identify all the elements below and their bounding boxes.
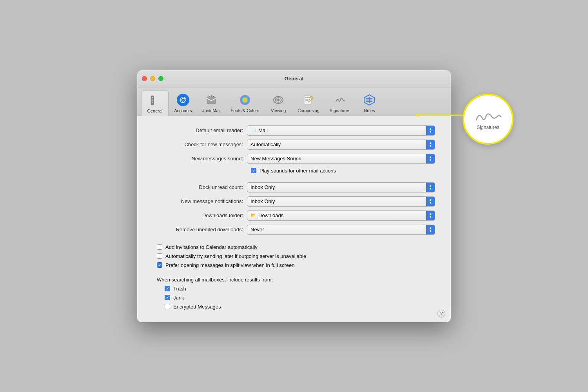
tab-general-label: General xyxy=(147,109,162,113)
add-invitations-checkbox[interactable] xyxy=(157,244,162,250)
junkmail-icon xyxy=(204,93,218,107)
signatures-callout: Signatures xyxy=(463,94,514,145)
default-email-reader-label: Default email reader: xyxy=(153,127,247,133)
tab-rules-label: Rules xyxy=(364,108,375,113)
new-messages-sound-value: New Messages Sound xyxy=(250,156,432,162)
tab-signatures-label: Signatures xyxy=(330,108,350,113)
trash-label: Trash xyxy=(173,286,186,292)
downloads-folder-icon: 📂 xyxy=(250,213,256,218)
tab-composing[interactable]: Composing xyxy=(293,91,324,116)
search-checkboxes: Trash Junk Encrypted Messages xyxy=(153,286,435,310)
sound-arrows[interactable]: ▲ ▼ xyxy=(426,154,435,163)
tab-composing-label: Composing xyxy=(298,108,319,113)
remove-unedited-row: Remove unedited downloads: Never ▲ ▼ xyxy=(153,225,435,235)
close-button[interactable] xyxy=(142,76,147,81)
trash-row: Trash xyxy=(165,286,435,292)
play-sounds-row: Play sounds for other mail actions xyxy=(153,168,435,174)
callout-signature-svg xyxy=(474,108,502,124)
select-arrows[interactable]: ▲ ▼ xyxy=(426,126,435,135)
default-email-reader-select[interactable]: ✉️ Mail ▲ ▼ xyxy=(247,125,435,136)
tab-fonts-colors[interactable]: Fonts & Colors xyxy=(226,91,264,116)
svg-rect-12 xyxy=(304,96,311,104)
svg-rect-4 xyxy=(207,97,216,104)
check-messages-arrows[interactable]: ▲ ▼ xyxy=(426,140,435,149)
downloads-arrows[interactable]: ▲ ▼ xyxy=(426,211,435,220)
new-messages-sound-select[interactable]: New Messages Sound ▲ ▼ xyxy=(247,154,435,164)
default-email-reader-row: Default email reader: ✉️ Mail ▲ ▼ xyxy=(153,125,435,136)
callout-circle: Signatures xyxy=(463,94,514,145)
dock-unread-label: Dock unread count: xyxy=(153,184,247,190)
arrow-down: ▼ xyxy=(429,145,432,148)
check-new-messages-value: Automatically xyxy=(250,142,432,147)
check-new-messages-row: Check for new messages: Automatically ▲ … xyxy=(153,140,435,150)
split-view-row: Prefer opening messages in split view wh… xyxy=(153,262,435,268)
downloads-folder-label: Downloads folder: xyxy=(153,212,247,218)
tab-junkmail-label: Junk Mail xyxy=(202,108,220,113)
trash-checkbox[interactable] xyxy=(165,286,170,291)
downloads-folder-select[interactable]: 📂 Downloads ▲ ▼ xyxy=(247,211,435,221)
toolbar: General @ Accounts Junk Mail xyxy=(137,87,451,116)
dock-unread-control: Inbox Only ▲ ▼ xyxy=(247,182,435,192)
split-view-checkbox[interactable] xyxy=(157,262,162,268)
general-icon xyxy=(148,93,162,107)
svg-rect-3 xyxy=(152,102,153,103)
composing-icon xyxy=(301,93,316,107)
default-email-reader-value: Mail xyxy=(258,127,432,133)
traffic-lights xyxy=(142,76,163,81)
dock-unread-select[interactable]: Inbox Only ▲ ▼ xyxy=(247,182,435,192)
remove-unedited-arrows[interactable]: ▲ ▼ xyxy=(426,225,435,234)
auto-send-later-checkbox[interactable] xyxy=(157,253,162,259)
arrow-down: ▼ xyxy=(429,230,432,233)
check-new-messages-select[interactable]: Automatically ▲ ▼ xyxy=(247,140,435,150)
zoom-button[interactable] xyxy=(158,76,163,81)
junk-checkbox[interactable] xyxy=(165,295,170,300)
default-email-reader-control: ✉️ Mail ▲ ▼ xyxy=(247,125,435,136)
signatures-icon xyxy=(333,93,347,107)
tab-accounts-label: Accounts xyxy=(174,108,192,113)
arrow-down: ▼ xyxy=(429,187,432,191)
arrow-down: ▼ xyxy=(429,201,432,205)
tab-viewing[interactable]: Viewing xyxy=(265,91,292,116)
svg-rect-2 xyxy=(152,100,153,101)
minimize-button[interactable] xyxy=(150,76,155,81)
auto-send-later-row: Automatically try sending later if outgo… xyxy=(153,253,435,259)
titlebar: General xyxy=(137,70,451,87)
settings-content: Default email reader: ✉️ Mail ▲ ▼ Check … xyxy=(137,116,451,322)
remove-unedited-control: Never ▲ ▼ xyxy=(247,225,435,235)
remove-unedited-select[interactable]: Never ▲ ▼ xyxy=(247,225,435,235)
junk-label: Junk xyxy=(173,295,184,301)
svg-point-8 xyxy=(240,95,250,105)
tab-fonts-label: Fonts & Colors xyxy=(230,108,259,113)
tab-accounts[interactable]: @ Accounts xyxy=(169,91,197,116)
junk-row: Junk xyxy=(165,295,435,301)
new-message-notifications-select[interactable]: Inbox Only ▲ ▼ xyxy=(247,196,435,207)
encrypted-checkbox[interactable] xyxy=(165,304,170,309)
new-message-notifications-value: Inbox Only xyxy=(250,198,432,204)
new-message-notifications-row: New message notifications: Inbox Only ▲ … xyxy=(153,196,435,207)
accounts-icon: @ xyxy=(176,93,190,107)
dock-unread-row: Dock unread count: Inbox Only ▲ ▼ xyxy=(153,182,435,192)
window-title: General xyxy=(285,76,303,82)
arrow-down: ▼ xyxy=(429,159,432,162)
play-sounds-checkbox[interactable] xyxy=(251,168,256,173)
new-messages-sound-label: New messages sound: xyxy=(153,156,247,162)
encrypted-row: Encrypted Messages xyxy=(165,304,435,310)
tab-signatures[interactable]: Signatures xyxy=(325,91,355,116)
tab-rules[interactable]: Rules xyxy=(356,91,383,116)
help-button[interactable]: ? xyxy=(437,310,445,318)
mail-app-icon: ✉️ xyxy=(250,128,256,133)
new-message-notifications-label: New message notifications: xyxy=(153,198,247,204)
arrow-down: ▼ xyxy=(429,216,432,219)
notifications-arrows[interactable]: ▲ ▼ xyxy=(426,197,435,206)
check-new-messages-control: Automatically ▲ ▼ xyxy=(247,140,435,150)
tab-junkmail[interactable]: Junk Mail xyxy=(198,91,225,116)
remove-unedited-label: Remove unedited downloads: xyxy=(153,227,247,232)
check-new-messages-label: Check for new messages: xyxy=(153,142,247,147)
search-section-header: When searching all mailboxes, include re… xyxy=(153,277,435,283)
svg-rect-1 xyxy=(152,97,153,98)
tab-general[interactable]: General xyxy=(141,91,169,116)
dock-unread-arrows[interactable]: ▲ ▼ xyxy=(426,183,435,192)
fonts-icon xyxy=(238,93,252,107)
svg-point-11 xyxy=(277,99,279,101)
split-view-label: Prefer opening messages in split view wh… xyxy=(165,262,295,268)
